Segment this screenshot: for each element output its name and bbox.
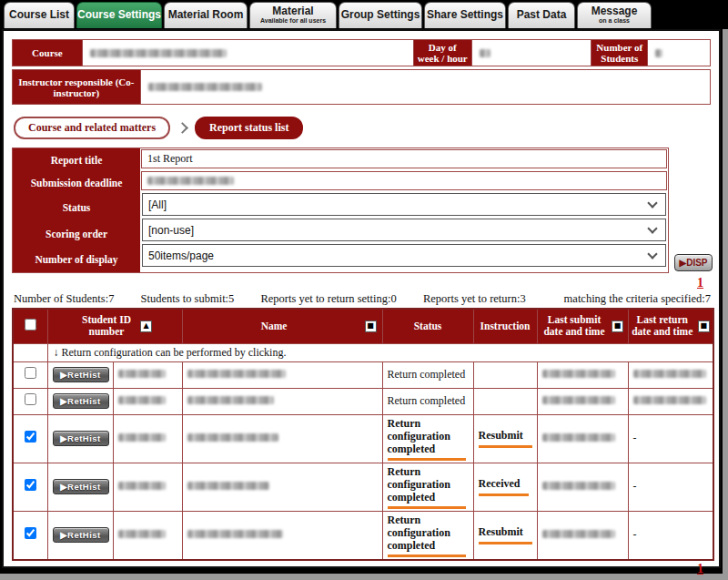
row-checkbox[interactable] bbox=[25, 527, 36, 539]
redacted-last-return bbox=[633, 370, 706, 378]
redacted-student-name bbox=[187, 433, 278, 442]
stat-matching-criteria: matching the criteria specified:7 bbox=[564, 292, 711, 306]
stats-bar: Number of Students:7 Students to submit:… bbox=[14, 292, 711, 306]
status-text: Return completed bbox=[388, 368, 466, 381]
row-checkbox[interactable] bbox=[25, 393, 36, 405]
sort-icon[interactable]: ■ bbox=[612, 321, 623, 332]
tab-material[interactable]: Material Available for all users bbox=[249, 2, 337, 28]
rethist-button[interactable]: ▶RetHist bbox=[53, 527, 109, 543]
redacted-last-submit bbox=[542, 370, 615, 378]
tab-sublabel: on a class bbox=[599, 17, 630, 25]
redacted-instructor-name bbox=[148, 83, 262, 91]
rethist-button[interactable]: ▶RetHist bbox=[53, 393, 109, 409]
tab-message[interactable]: Message on a class bbox=[577, 2, 652, 28]
instruction-cell bbox=[473, 361, 537, 388]
status-text-highlighted: Return configuration completed bbox=[388, 417, 466, 461]
sort-icon[interactable]: ■ bbox=[365, 321, 377, 332]
tab-group-settings[interactable]: Group Settings bbox=[339, 2, 422, 28]
status-cell: Return completed bbox=[382, 361, 473, 388]
last-submit-header: Last submit date and time■ bbox=[537, 309, 628, 343]
scoring-order-select-value: [non-use] bbox=[148, 224, 194, 237]
table-note: ↓ Return configuration can be performed … bbox=[47, 343, 713, 361]
tab-label: Course Settings bbox=[77, 9, 161, 21]
rethist-button[interactable]: ▶RetHist bbox=[53, 431, 109, 446]
status-select[interactable]: [All] bbox=[142, 193, 666, 216]
row-checkbox[interactable] bbox=[25, 479, 36, 491]
breadcrumb: Course and related matters Report status… bbox=[14, 117, 711, 139]
redacted-student-name bbox=[187, 396, 274, 404]
tab-share-settings[interactable]: Share Settings bbox=[424, 2, 506, 28]
status-header: Status bbox=[382, 309, 473, 343]
breadcrumb-current: Report status list bbox=[195, 117, 303, 139]
instruction-cell: Resubmit bbox=[473, 511, 537, 560]
name-header: Name■ bbox=[182, 309, 382, 343]
table-row: ▶RetHist Return configuration completed … bbox=[13, 414, 713, 463]
report-status-table: Student ID number▲ Name■ Status Instruct… bbox=[12, 308, 714, 561]
day-of-week-value bbox=[472, 39, 592, 66]
redacted-last-submit bbox=[542, 396, 615, 404]
instruction-text-highlighted: Resubmit bbox=[479, 429, 532, 448]
page-number-link[interactable]: 1 bbox=[697, 562, 703, 575]
page-number-link[interactable]: 1 bbox=[697, 276, 703, 290]
scoring-order-select[interactable]: [non-use] bbox=[142, 219, 666, 241]
report-title-value: 1st Report bbox=[141, 149, 667, 168]
row-checkbox[interactable] bbox=[25, 431, 36, 443]
status-text-highlighted: Return configuration completed bbox=[388, 514, 466, 557]
redacted-last-submit bbox=[542, 433, 615, 442]
tab-past-data[interactable]: Past Data bbox=[508, 2, 575, 28]
rethist-button[interactable]: ▶RetHist bbox=[53, 479, 109, 494]
redacted-student-id bbox=[118, 482, 166, 490]
app-window: Course List Course Settings Material Roo… bbox=[0, 0, 728, 580]
redacted-student-name bbox=[187, 530, 283, 538]
instruction-text-highlighted: Received bbox=[479, 477, 530, 496]
window-edge bbox=[723, 29, 728, 580]
select-all-header bbox=[13, 309, 47, 343]
name-header-label: Name bbox=[188, 321, 360, 332]
course-label: Course bbox=[12, 39, 83, 66]
last-return-cell: - bbox=[628, 463, 713, 511]
table-note-row: ↓ Return configuration can be performed … bbox=[13, 343, 713, 361]
last-submit-header-label: Last submit date and time bbox=[541, 314, 607, 338]
status-cell: Return configuration completed bbox=[382, 463, 473, 511]
last-return-header: Last return date and time■ bbox=[628, 309, 713, 343]
chevron-down-icon bbox=[647, 249, 657, 259]
report-title-label: Report title bbox=[13, 148, 140, 171]
redacted-student-name bbox=[187, 482, 269, 490]
number-of-display-label: Number of display bbox=[13, 247, 140, 272]
student-id-header: Student ID number▲ bbox=[47, 309, 182, 343]
redacted-count bbox=[655, 49, 662, 57]
tab-material-room[interactable]: Material Room bbox=[164, 2, 248, 28]
rethist-button[interactable]: ▶RetHist bbox=[53, 367, 109, 382]
sort-ascending-icon[interactable]: ▲ bbox=[140, 321, 152, 332]
sort-icon[interactable]: ■ bbox=[698, 321, 710, 332]
status-text: Return completed bbox=[388, 394, 466, 407]
last-return-cell: - bbox=[628, 414, 713, 463]
course-info-row: Course Day of week / hour Number of Stud… bbox=[12, 39, 711, 66]
redacted-student-id bbox=[118, 530, 166, 538]
tab-label: Share Settings bbox=[427, 9, 503, 21]
row-checkbox[interactable] bbox=[25, 367, 36, 379]
number-of-display-select[interactable]: 50items/page bbox=[142, 244, 666, 267]
course-value bbox=[83, 39, 414, 66]
breadcrumb-parent-link[interactable]: Course and related matters bbox=[14, 117, 170, 139]
redacted-day bbox=[480, 49, 490, 57]
select-all-checkbox[interactable] bbox=[25, 319, 36, 331]
tab-label: Past Data bbox=[517, 9, 567, 21]
form-value-column: 1st Report [All] [non-use] 50items/page bbox=[140, 148, 668, 272]
table-row: ▶RetHist Return configuration completed … bbox=[13, 511, 713, 560]
number-of-students-label: Number of Students bbox=[592, 39, 648, 66]
status-label: Status bbox=[13, 194, 140, 220]
tab-course-settings[interactable]: Course Settings bbox=[76, 2, 162, 28]
redacted-student-name bbox=[187, 370, 286, 378]
tab-sublabel: Available for all users bbox=[260, 17, 326, 25]
submission-deadline-label: Submission deadline bbox=[13, 171, 140, 194]
tab-course-list[interactable]: Course List bbox=[4, 2, 75, 28]
pagination-top: 1 bbox=[12, 276, 711, 291]
instruction-text-highlighted: Resubmit bbox=[479, 525, 532, 544]
instruction-cell bbox=[473, 388, 537, 414]
disp-button[interactable]: ▶DISP bbox=[674, 254, 713, 271]
instruction-cell: Received bbox=[473, 463, 537, 511]
day-of-week-label: Day of week / hour bbox=[414, 39, 472, 66]
tab-label: Group Settings bbox=[341, 9, 420, 21]
chevron-right-icon bbox=[177, 122, 188, 134]
